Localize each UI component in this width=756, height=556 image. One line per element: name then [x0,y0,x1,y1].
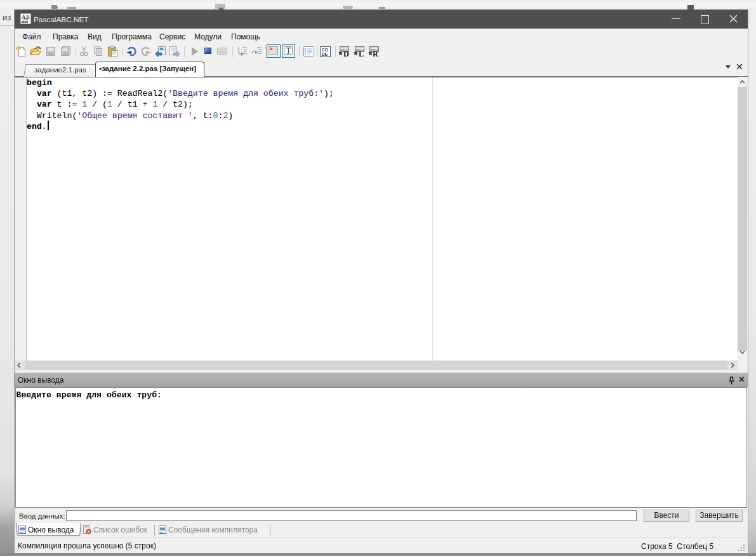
svg-text:DE: DE [322,52,328,56]
svg-text:R: R [373,50,378,58]
svg-text:.net: .net [21,19,29,23]
svg-text:CO: CO [322,48,329,52]
svg-text:D: D [343,50,349,58]
svg-text:L: L [359,50,364,58]
